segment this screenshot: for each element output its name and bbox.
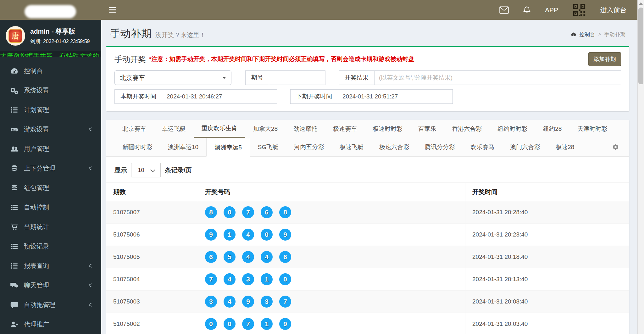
chevron-left-icon: < [88, 300, 92, 309]
page-size-row: 显示 10 条记录/页 [106, 157, 629, 182]
next-draw-time-input[interactable] [338, 90, 452, 103]
list-ol-icon [10, 262, 19, 270]
sidebar: 唐 admin - 尊享版 到期: 2032-01-02 23:59:59 大唐… [0, 20, 101, 334]
app-link[interactable]: APP [545, 6, 558, 14]
records-per-page-label: 条记录/页 [165, 166, 192, 175]
game-tab[interactable]: 腾讯分分彩 [417, 138, 463, 156]
result-input[interactable] [375, 71, 621, 85]
issue-cell: 51075007 [106, 201, 198, 224]
game-tab[interactable]: 极速28 [548, 138, 582, 156]
sidebar-item-current-stats[interactable]: 当期统计 [0, 217, 101, 237]
cart-icon [10, 223, 19, 231]
sidebar-item-chat-management[interactable]: 聊天管理< [0, 276, 101, 295]
game-tab[interactable]: 极速飞艇 [332, 138, 371, 156]
table-row: 51075003349372024-01-31 20:08:40 [106, 291, 629, 313]
topbar: APP 进入前台 [0, 0, 637, 20]
sidebar-item-label: 计划管理 [24, 106, 49, 114]
table-row: 51075005654462024-01-31 20:18:40 [106, 246, 629, 268]
number-ball: 4 [242, 229, 254, 241]
sidebar-item-credit-management[interactable]: 上下分管理< [0, 159, 101, 178]
content-header: 手动补期没开奖？来这里！ 控制台 > 手动补期 [106, 20, 629, 46]
sidebar-item-game-settings[interactable]: 游戏设置< [0, 120, 101, 139]
game-tab[interactable]: 欢乐赛马 [463, 138, 502, 156]
page-size-select[interactable]: 10 [131, 163, 161, 177]
messages-icon[interactable] [499, 6, 509, 14]
sidebar-item-system-settings[interactable]: 系统设置 [0, 81, 101, 100]
numbers-cell: 91409 [198, 224, 465, 246]
result-label: 开奖结果 [339, 71, 375, 85]
warning-text: *注意：如需手动开奖，本期开奖时间和下期开奖时间必须正确填写，否则会造成卡期和游… [149, 55, 414, 63]
sidebar-item-plan-management[interactable]: 计划管理 [0, 100, 101, 120]
issue-input[interactable] [269, 71, 325, 85]
game-tab[interactable]: 香港六合彩 [444, 120, 490, 138]
game-tab[interactable]: 河内五分彩 [286, 138, 332, 156]
column-header: 开奖号码 [198, 183, 465, 201]
sidebar-item-auto-bot-management[interactable]: 自动拖管理< [0, 295, 101, 315]
number-ball: 3 [261, 296, 273, 308]
comment-dots-icon [10, 301, 19, 309]
panel-title: 手动开奖 [114, 54, 146, 64]
tab-settings-gear-icon[interactable] [611, 143, 620, 151]
dashboard-icon [10, 67, 19, 75]
notifications-icon[interactable] [523, 6, 531, 14]
time-cell: 2024-01-31 20:23:40 [465, 224, 630, 246]
avatar: 唐 [6, 26, 25, 46]
number-ball: 0 [224, 318, 236, 330]
sidebar-item-redpacket-management[interactable]: 红包管理 [0, 178, 101, 198]
game-tab[interactable]: 极速六合彩 [371, 138, 417, 156]
game-tab[interactable]: 重庆欢乐生肖 [194, 120, 245, 138]
sidebar-item-dashboard[interactable]: 控制台 [0, 61, 101, 81]
game-tab[interactable]: 纽约时时彩 [490, 120, 535, 138]
number-ball: 7 [279, 296, 291, 308]
sidebar-item-label: 自动拖管理 [24, 301, 55, 309]
numbers-cell: 80768 [198, 201, 465, 224]
game-tab[interactable]: 极速时时彩 [365, 120, 410, 138]
enter-front-link[interactable]: 进入前台 [600, 6, 627, 14]
manual-draw-panel: 手动开奖 *注意：如需手动开奖，本期开奖时间和下期开奖时间必须正确填写，否则会造… [106, 46, 629, 111]
current-draw-time-input[interactable] [162, 90, 277, 103]
dashboard-icon [571, 31, 576, 37]
qr-code-icon[interactable] [572, 3, 586, 17]
number-ball: 8 [279, 206, 291, 218]
game-tab[interactable]: 极速赛车 [325, 120, 365, 138]
game-tab[interactable]: SG飞艇 [250, 138, 286, 156]
scrollbar-thumb[interactable] [638, 8, 643, 84]
game-tab[interactable]: 澳洲幸运5 [206, 138, 250, 157]
number-ball: 8 [205, 206, 217, 218]
chevron-left-icon: < [88, 261, 92, 270]
sidebar-item-preset-records[interactable]: 预设记录 [0, 237, 101, 256]
table-row: 51075002007192024-01-31 20:03:40 [106, 313, 629, 334]
game-tab[interactable]: 北京赛车 [114, 120, 154, 138]
sidebar-item-agent-promotion[interactable]: 代理推广 [0, 315, 101, 334]
game-tab[interactable]: 天津时时彩 [569, 120, 615, 138]
game-tab[interactable]: 劲速摩托 [286, 120, 325, 138]
breadcrumb-home[interactable]: 控制台 [579, 31, 595, 38]
game-select-value: 北京赛车 [120, 74, 145, 82]
game-tab[interactable]: 加拿大28 [245, 120, 286, 138]
number-ball: 0 [279, 273, 291, 285]
game-tab[interactable]: 幸运飞艇 [154, 120, 194, 138]
time-cell: 2024-01-31 20:03:40 [465, 313, 630, 334]
number-ball: 1 [261, 318, 273, 330]
game-tab[interactable]: 澳门六合彩 [502, 138, 548, 156]
records-table: 期数开奖号码开奖时间 51075007807682024-01-31 20:28… [106, 182, 629, 334]
game-tab[interactable]: 澳洲幸运10 [160, 138, 206, 156]
issue-cell: 51075005 [106, 246, 198, 268]
scroll-up-button[interactable] [638, 0, 644, 7]
add-makeup-button[interactable]: 添加补期 [588, 52, 621, 66]
game-tab[interactable]: 百家乐 [410, 120, 444, 138]
game-tab[interactable]: 新疆时时彩 [114, 138, 160, 156]
brand-logo [0, 0, 101, 20]
list-ol-icon [10, 106, 19, 114]
sidebar-item-auto-control[interactable]: 自动控制 [0, 198, 101, 217]
number-ball: 0 [205, 318, 217, 330]
number-ball: 9 [279, 229, 291, 241]
cogs-icon [10, 86, 19, 95]
vertical-scrollbar[interactable] [637, 0, 644, 334]
game-select[interactable]: 北京赛车 [114, 70, 231, 85]
number-ball: 4 [261, 251, 273, 263]
sidebar-item-report-query[interactable]: 报表查询< [0, 256, 101, 276]
game-tab[interactable]: 纽约28 [535, 120, 569, 138]
sidebar-item-user-management[interactable]: 用户管理 [0, 139, 101, 159]
sidebar-toggle-button[interactable] [109, 7, 116, 13]
